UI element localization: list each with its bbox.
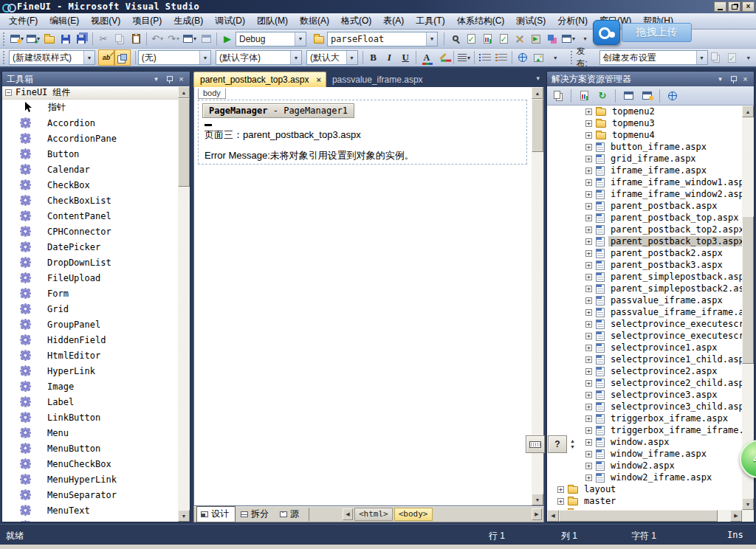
- tag-body-chip[interactable]: <body>: [394, 508, 433, 521]
- tag-nav-right-button[interactable]: ▶: [532, 508, 542, 520]
- tree-item[interactable]: iframe_iframe_window1.aspx: [547, 176, 754, 188]
- expand-icon[interactable]: [585, 132, 592, 139]
- toolbox-item[interactable]: NumberBox: [2, 518, 190, 522]
- expand-icon[interactable]: [585, 415, 592, 422]
- copy-button[interactable]: [111, 31, 128, 47]
- window-position-button[interactable]: ▾: [715, 74, 726, 84]
- ime-help-button[interactable]: ?: [548, 435, 567, 453]
- toolbox-item[interactable]: Label: [2, 394, 190, 410]
- upload-app-icon[interactable]: [593, 20, 620, 45]
- menu-item[interactable]: 项目(P): [126, 13, 168, 30]
- expand-icon[interactable]: [585, 168, 592, 174]
- scroll-right-button[interactable]: ▶: [730, 510, 742, 522]
- expand-icon[interactable]: [585, 274, 592, 280]
- expand-icon[interactable]: [585, 120, 592, 127]
- edit-style-button[interactable]: ab: [98, 49, 114, 66]
- font-family-combo[interactable]: (默认字体)▼: [216, 50, 302, 65]
- menu-item[interactable]: 视图(V): [85, 13, 126, 30]
- tree-item[interactable]: topmenu3: [547, 117, 754, 129]
- menu-item[interactable]: 文件(F): [3, 13, 44, 30]
- expand-icon[interactable]: [585, 238, 592, 245]
- menu-item[interactable]: 数据(A): [294, 13, 335, 30]
- split-view-button[interactable]: 拆分: [237, 507, 275, 522]
- breadcrumb[interactable]: body: [198, 89, 226, 99]
- menu-item[interactable]: 体系结构(C): [451, 13, 511, 30]
- tree-item[interactable]: triggerbox_iframe_iframe.asp: [547, 424, 754, 436]
- expand-icon[interactable]: [585, 356, 592, 363]
- other-windows-button[interactable]: ▾: [560, 31, 577, 47]
- tree-item[interactable]: window2_iframe.aspx: [547, 472, 754, 483]
- toolbox-item[interactable]: DatePicker: [2, 239, 190, 255]
- menu-item[interactable]: 表(A): [377, 13, 410, 30]
- tree-item[interactable]: window2.aspx: [547, 460, 754, 472]
- bold-button[interactable]: B: [365, 49, 382, 66]
- numbered-list-button[interactable]: [493, 49, 509, 66]
- auto-hide-button[interactable]: [727, 74, 738, 84]
- font-size-combo[interactable]: (默认大▼: [306, 50, 357, 65]
- ime-spinner[interactable]: ▲▼: [570, 438, 575, 451]
- toolbox-item[interactable]: ContentPanel: [2, 208, 190, 224]
- tree-item[interactable]: parent_postback_top3.aspx: [547, 235, 754, 247]
- expand-icon[interactable]: [585, 380, 592, 387]
- redo-button[interactable]: ↷▾: [165, 31, 182, 47]
- expand-icon[interactable]: [585, 144, 592, 151]
- tree-item[interactable]: master: [547, 495, 754, 507]
- tree-item[interactable]: parent_simplepostback.aspx: [547, 271, 754, 283]
- tab-passvalue-iframe[interactable]: passvalue_iframe.aspx: [326, 72, 427, 87]
- toolbox-item[interactable]: MenuCheckBox: [2, 456, 190, 472]
- solution-configuration-combo[interactable]: Debug▼: [236, 32, 306, 46]
- source-view-button[interactable]: 源: [276, 507, 305, 522]
- toolbox-item[interactable]: Calendar: [2, 162, 190, 177]
- target-rule-combo[interactable]: (无)▼: [138, 50, 211, 65]
- toolbox-item[interactable]: HtmlEditor: [2, 348, 190, 363]
- asp-net-configuration-button[interactable]: [664, 88, 681, 104]
- bullet-list-button[interactable]: [477, 49, 493, 66]
- expand-icon[interactable]: [585, 203, 592, 210]
- tab-list-dropdown[interactable]: ▾: [536, 75, 540, 82]
- show-all-files-button[interactable]: [576, 88, 592, 104]
- font-color-button[interactable]: A: [419, 49, 435, 66]
- toolbar-grip[interactable]: [3, 51, 6, 64]
- alignment-button[interactable]: ▾: [456, 49, 472, 66]
- tree-item[interactable]: layout: [547, 483, 754, 495]
- underline-button[interactable]: U: [397, 49, 413, 66]
- tree-item[interactable]: topmenu4: [547, 129, 754, 141]
- toolbox-item[interactable]: CheckBoxList: [2, 193, 190, 208]
- scroll-up-button[interactable]: ▲: [742, 106, 754, 117]
- expand-icon[interactable]: [585, 474, 592, 481]
- toolbox-item[interactable]: LinkButton: [2, 410, 190, 425]
- solution-explorer-header[interactable]: 解决方案资源管理器 ▾ ×: [547, 72, 754, 86]
- scroll-left-button[interactable]: ◀: [547, 510, 559, 522]
- publish-overflow-button[interactable]: ▾: [740, 49, 756, 66]
- tree-item[interactable]: window.aspx: [547, 436, 754, 448]
- expand-icon[interactable]: [585, 297, 592, 304]
- expand-icon[interactable]: [585, 439, 592, 446]
- insert-image-button[interactable]: [531, 49, 547, 66]
- tree-item[interactable]: passvalue_iframe_iframe.aspx: [547, 306, 754, 318]
- navigate-backward-button[interactable]: ▾: [182, 31, 198, 47]
- menu-item[interactable]: 团队(M): [251, 13, 294, 30]
- expand-icon[interactable]: [585, 191, 592, 198]
- tree-item[interactable]: parent_postback_top.aspx: [547, 212, 754, 224]
- tree-item[interactable]: selectprovince_executescript.: [547, 318, 754, 330]
- pagemanager-control[interactable]: PageManager - PageManager1: [202, 103, 354, 118]
- tab-parent-postback-top3[interactable]: parent_postback_top3.aspx ×: [193, 72, 326, 87]
- tag-nav-left-button[interactable]: ◀: [343, 508, 353, 520]
- toolbox-header[interactable]: 工具箱 ▾ ×: [2, 72, 190, 86]
- tree-item[interactable]: triggerbox_iframe.aspx: [547, 412, 754, 424]
- tree-item[interactable]: selectprovince3_child.aspx: [547, 401, 754, 412]
- restore-button[interactable]: [728, 1, 740, 12]
- expand-icon[interactable]: [585, 345, 592, 351]
- solution-hscrollbar[interactable]: ◀ ▶: [547, 510, 754, 522]
- scroll-up-button[interactable]: ▲: [532, 87, 543, 99]
- scroll-thumb[interactable]: [532, 99, 543, 152]
- menu-item[interactable]: 格式(O): [335, 13, 377, 30]
- soft-keyboard-button[interactable]: [526, 435, 545, 453]
- tree-item[interactable]: parent_simplepostback2.aspx: [547, 283, 754, 294]
- undo-button[interactable]: ↶▾: [149, 31, 165, 47]
- design-view-button[interactable]: 设计: [196, 506, 236, 522]
- tree-item[interactable]: selectprovince1_child.aspx: [547, 353, 754, 365]
- expand-icon[interactable]: [585, 427, 592, 434]
- toolbox-item[interactable]: MenuSeparator: [2, 487, 190, 503]
- expand-icon[interactable]: [585, 463, 592, 469]
